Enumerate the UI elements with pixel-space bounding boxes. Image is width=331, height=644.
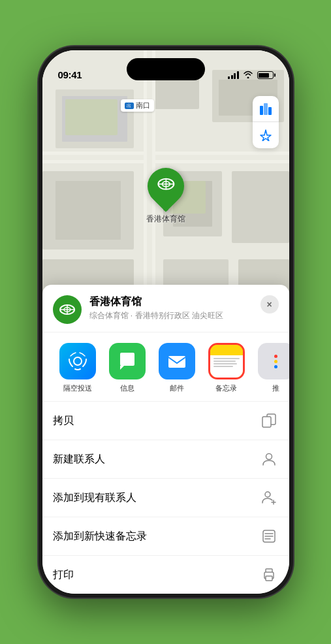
messages-label: 信息 [120, 383, 134, 393]
location-venue-icon [53, 295, 82, 324]
more-icon [258, 343, 289, 379]
map-location-text: 南口 [136, 101, 150, 110]
copy-icon [259, 411, 279, 430]
svg-rect-14 [232, 171, 289, 243]
svg-rect-18 [65, 99, 118, 135]
wifi-icon [243, 70, 253, 80]
battery-fill [259, 73, 269, 78]
share-item-mail[interactable]: 邮件 [152, 343, 202, 393]
svg-rect-20 [260, 106, 263, 115]
location-info: 香港体育馆 综合体育馆 · 香港特别行政区 油尖旺区 [89, 295, 253, 321]
add-existing-label: 添加到现有联系人 [53, 491, 136, 505]
map-label-icon: 出 [125, 103, 134, 109]
svg-point-35 [266, 454, 272, 460]
battery-icon [257, 71, 274, 79]
print-icon [259, 565, 279, 585]
stadium-marker: 香港体育馆 [146, 168, 185, 225]
notes-label: 备忘录 [215, 383, 237, 393]
airdrop-icon [59, 343, 96, 379]
action-copy[interactable]: 拷贝 [42, 402, 289, 440]
more-dots-icon [274, 355, 277, 368]
map-controls [253, 96, 279, 148]
share-item-messages[interactable]: 信息 [102, 343, 152, 393]
location-subtitle: 综合体育馆 · 香港特别行政区 油尖旺区 [89, 310, 253, 321]
mail-icon [159, 343, 195, 379]
new-contact-label: 新建联系人 [53, 453, 105, 466]
add-note-label: 添加到新快速备忘录 [53, 530, 147, 543]
close-button[interactable]: × [260, 295, 279, 314]
phone-frame: 09:41 [39, 46, 293, 598]
action-add-note[interactable]: 添加到新快速备忘录 [42, 517, 289, 556]
share-item-notes[interactable]: 备忘录 [202, 343, 251, 393]
mail-label: 邮件 [170, 383, 184, 393]
bottom-sheet: 香港体育馆 综合体育馆 · 香港特别行政区 油尖旺区 × [42, 285, 289, 594]
signal-bar-2 [231, 75, 233, 79]
share-item-more[interactable]: 推 [251, 343, 289, 393]
share-item-airdrop[interactable]: 隔空投送 [53, 343, 102, 393]
location-button[interactable] [253, 122, 279, 148]
signal-bar-3 [234, 73, 236, 79]
phone-screen: 09:41 [42, 50, 289, 594]
dot-blue [274, 365, 277, 368]
location-name: 香港体育馆 [89, 295, 253, 309]
status-icons [228, 70, 274, 80]
signal-bar-1 [228, 76, 230, 79]
map-type-button[interactable] [253, 96, 279, 122]
signal-bars-icon [228, 71, 239, 79]
action-print[interactable]: 打印 [42, 556, 289, 594]
svg-rect-11 [55, 181, 121, 240]
svg-rect-22 [268, 107, 272, 115]
svg-rect-45 [266, 576, 272, 581]
copy-label: 拷贝 [53, 414, 74, 428]
messages-icon [109, 343, 146, 379]
dot-red [274, 355, 277, 358]
print-label: 打印 [53, 568, 74, 582]
status-time: 09:41 [58, 69, 82, 80]
marker-pin [140, 160, 191, 212]
marker-label: 香港体育馆 [146, 214, 185, 225]
action-add-existing[interactable]: 添加到现有联系人 [42, 479, 289, 517]
note-icon [259, 526, 279, 546]
share-row: 隔空投送 信息 [42, 332, 289, 401]
svg-rect-21 [264, 103, 268, 115]
svg-rect-7 [42, 155, 289, 160]
more-label: 推 [272, 383, 279, 393]
airdrop-label: 隔空投送 [63, 383, 92, 393]
svg-rect-34 [262, 417, 271, 427]
person-icon [259, 449, 279, 469]
notes-icon [208, 343, 245, 379]
map-location-label: 出 南口 [121, 99, 154, 112]
svg-point-36 [265, 492, 270, 497]
stadium-icon [157, 175, 175, 198]
location-card: 香港体育馆 综合体育馆 · 香港特别行政区 油尖旺区 × [42, 285, 289, 332]
action-list: 拷贝 新建联系人 [42, 401, 289, 594]
person-add-icon [259, 488, 279, 507]
dot-yellow [274, 360, 277, 363]
signal-bar-4 [237, 71, 239, 79]
svg-point-31 [74, 357, 82, 365]
svg-rect-32 [168, 356, 185, 368]
action-new-contact[interactable]: 新建联系人 [42, 440, 289, 479]
dynamic-island [127, 58, 205, 80]
